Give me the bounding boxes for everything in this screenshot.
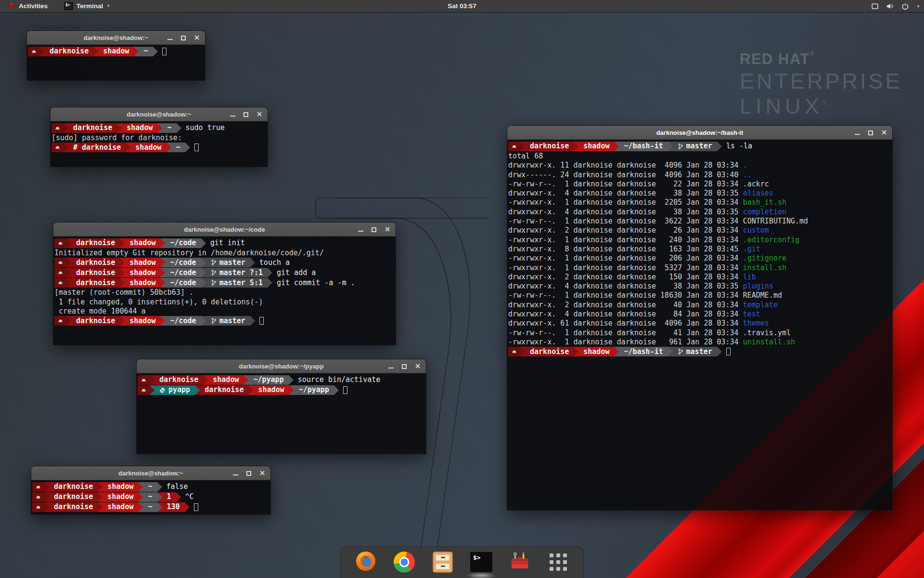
powerline-arrow [150, 375, 154, 385]
prompt-segment-venv: pyapp [154, 385, 195, 395]
terminal-icon: $> [470, 552, 492, 572]
terminal-window-bash-it[interactable]: darknoise@shadow:~/bash-it ✕ darknoisesh… [507, 125, 893, 511]
terminal-body[interactable]: darknoiseshadow~/bash-itmasterls -latota… [507, 140, 892, 359]
prompt-segment-git: master S:1 [206, 278, 268, 288]
terminal-window-home-1[interactable]: darknoise@shadow:~ ✕ darknoiseshadow~ [26, 30, 205, 81]
file-row: drwxrwxr-x. 2 darknoise darknoise 40 Jan… [508, 301, 891, 310]
terminal-body[interactable]: darknoiseshadow~falsedarknoiseshadow~1^C… [31, 480, 270, 514]
window-titlebar[interactable]: darknoise@shadow:~/bash-it ✕ [507, 126, 892, 140]
close-button[interactable]: ✕ [385, 223, 390, 236]
powerline-arrow [289, 385, 294, 395]
file-meta: -rwxrwxr-x. 1 darknoise darknoise 5327 J… [508, 263, 743, 272]
prompt-segment-path: ~/code [165, 278, 201, 288]
firefox-icon [355, 550, 377, 574]
prompt-segment-host: shadow [125, 278, 160, 288]
minimize-button[interactable] [233, 471, 238, 475]
file-name: bash_it.sh [743, 198, 786, 207]
powerline-arrow [668, 347, 673, 356]
terminal-window-sudo[interactable]: darknoise@shadow:~ ✕ darknoiseshadow~sud… [50, 107, 268, 167]
chevron-down-icon[interactable]: ▼ [916, 4, 920, 9]
app-menu-terminal[interactable]: $> Terminal ▼ [61, 0, 113, 13]
dock-item-firefox[interactable] [354, 551, 377, 574]
terminal-window-home-2[interactable]: darknoise@shadow:~ ✕ darknoiseshadow~fal… [31, 466, 271, 515]
powerline-arrow [250, 258, 255, 267]
clock[interactable]: Sat 03:57 [448, 0, 476, 13]
minimize-button[interactable] [855, 131, 860, 135]
volume-icon[interactable] [886, 2, 894, 10]
command-text: touch a [259, 258, 290, 267]
prompt-segment-icon [138, 375, 150, 385]
prompt-segment-host: shadow [122, 123, 157, 133]
terminal-window-code[interactable]: darknoise@shadow:~/code ✕ darknoiseshado… [53, 222, 396, 345]
terminal-body[interactable]: darknoiseshadow~ [27, 45, 205, 59]
file-name: .gitignore [743, 254, 786, 263]
prompt-segment-git: master [206, 258, 250, 267]
file-row: drwxrwxr-x. 4 darknoise darknoise 38 Jan… [508, 189, 891, 198]
file-row: -rwxrwxr-x. 1 darknoise darknoise 5327 J… [508, 263, 891, 273]
dock-item-chrome[interactable] [393, 551, 416, 574]
power-icon[interactable] [901, 2, 909, 10]
file-name: .editorconfig [743, 236, 799, 244]
dock-item-toolbox[interactable] [508, 551, 531, 574]
powerline-arrow [126, 143, 130, 152]
window-titlebar[interactable]: darknoise@shadow:~/pyapp ✕ [137, 359, 426, 373]
prompt-line: darknoiseshadow~/codegit init [54, 238, 395, 248]
prompt-segment-user: darknoise [71, 238, 120, 248]
maximize-button[interactable] [868, 131, 873, 135]
output-line: 1 file changed, 0 insertions(+), 0 delet… [54, 298, 395, 307]
file-name: install.sh [743, 263, 786, 272]
close-button[interactable]: ✕ [415, 359, 421, 373]
powerline-arrow [40, 47, 45, 56]
file-meta: drwxrwxr-x. 4 darknoise darknoise 38 Jan… [508, 189, 743, 197]
terminal-body[interactable]: darknoiseshadow~/pyappsource bin/activat… [137, 373, 426, 397]
file-meta: drwxrwxr-x. 2 darknoise darknoise 40 Jan… [508, 301, 743, 309]
dock-item-terminal[interactable]: $> [470, 551, 493, 574]
redhat-logo-icon [8, 1, 15, 11]
maximize-button[interactable] [246, 471, 251, 476]
prompt-segment-icon [54, 258, 66, 267]
minimize-button[interactable] [230, 112, 235, 117]
terminal-body[interactable]: darknoiseshadow~/codegit initInitialized… [53, 236, 396, 328]
minimize-button[interactable] [388, 364, 394, 368]
terminal-body[interactable]: darknoiseshadow~sudo true[sudo] password… [51, 121, 268, 155]
maximize-button[interactable] [244, 112, 248, 117]
terminal-cursor [162, 48, 167, 55]
close-button[interactable]: ✕ [259, 466, 265, 480]
maximize-button[interactable] [402, 364, 407, 369]
terminal-cursor [194, 503, 198, 511]
window-titlebar[interactable]: darknoise@shadow:~/code ✕ [53, 223, 396, 236]
powerline-arrow [167, 143, 171, 152]
close-button[interactable]: ✕ [881, 126, 887, 140]
minimize-button[interactable] [358, 227, 363, 232]
window-titlebar[interactable]: darknoise@shadow:~ ✕ [27, 31, 205, 45]
powerline-arrow [195, 385, 200, 395]
prompt-segment-host: shadow [130, 143, 166, 152]
maximize-button[interactable] [181, 36, 186, 40]
minimize-button[interactable] [167, 36, 173, 40]
screen-icon[interactable] [871, 2, 879, 10]
wallpaper-seven-band [315, 197, 488, 219]
close-button[interactable]: ✕ [194, 31, 200, 45]
powerline-arrow [44, 492, 49, 502]
powerline-arrow [160, 258, 165, 267]
file-name: .ackrc [743, 180, 769, 188]
prompt-segment-user: darknoise [200, 385, 248, 395]
prompt-segment-icon [508, 142, 520, 151]
powerline-arrow [185, 143, 190, 152]
window-titlebar[interactable]: darknoise@shadow:~ ✕ [31, 466, 270, 480]
maximize-button[interactable] [372, 227, 376, 232]
prompt-segment-path: ~/pyapp [294, 385, 334, 395]
window-titlebar[interactable]: darknoise@shadow:~ ✕ [51, 107, 268, 121]
prompt-segment-path: ~ [139, 47, 153, 56]
dock-item-files[interactable] [431, 551, 454, 574]
command-text: ls -la [726, 142, 752, 151]
file-meta: -rwxrwxr-x. 1 darknoise darknoise 240 Ja… [508, 236, 743, 244]
terminal-window-pyapp[interactable]: darknoise@shadow:~/pyapp ✕ darknoiseshad… [136, 359, 426, 454]
powerline-arrow [201, 238, 206, 248]
dock-item-app-grid[interactable] [547, 551, 570, 574]
prompt-segment-user: darknoise [71, 316, 120, 326]
close-button[interactable]: ✕ [257, 107, 262, 121]
redhat-icon [511, 144, 517, 150]
activities-button[interactable]: Activities [5, 0, 51, 13]
command-text: source bin/activate [298, 375, 381, 385]
